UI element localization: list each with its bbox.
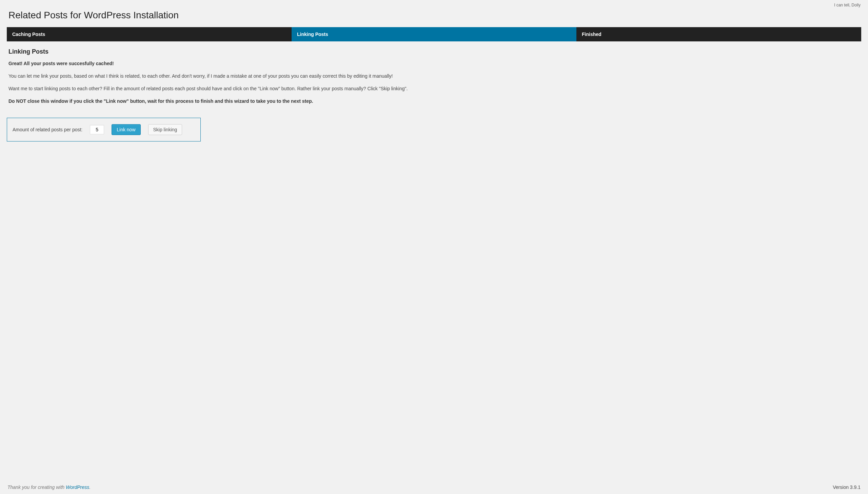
footer-thanks-prefix: Thank you for creating with [7, 484, 66, 490]
paragraph-warning: Do NOT close this window if you click th… [8, 98, 861, 105]
paragraph-success: Great! All your posts were succesfully c… [8, 60, 861, 67]
paragraph-info-1: You can let me link your posts, based on… [8, 73, 861, 80]
amount-input[interactable] [90, 125, 104, 134]
wizard-tabs: Caching Posts Linking Posts Finished [7, 27, 861, 41]
skip-linking-button[interactable]: Skip linking [148, 124, 182, 135]
footer-thanks-suffix: . [89, 484, 91, 490]
link-now-button[interactable]: Link now [112, 124, 140, 135]
wordpress-link[interactable]: WordPress [66, 484, 89, 490]
section-heading: Linking Posts [8, 48, 861, 55]
footer-version: Version 3.9.1 [833, 484, 861, 490]
admin-footer: Thank you for creating with WordPress. V… [0, 481, 868, 494]
tab-caching-posts[interactable]: Caching Posts [7, 27, 292, 41]
amount-label: Amount of related posts per post: [13, 127, 82, 132]
hello-dolly-text: I can tell, Dolly [834, 3, 861, 7]
linking-form-box: Amount of related posts per post: Link n… [7, 118, 201, 142]
tab-linking-posts[interactable]: Linking Posts [292, 27, 576, 41]
page-title: Related Posts for WordPress Installation [7, 3, 861, 27]
footer-thanks: Thank you for creating with WordPress. [7, 484, 91, 490]
paragraph-info-2: Want me to start linking posts to each o… [8, 85, 861, 92]
tab-finished[interactable]: Finished [576, 27, 861, 41]
